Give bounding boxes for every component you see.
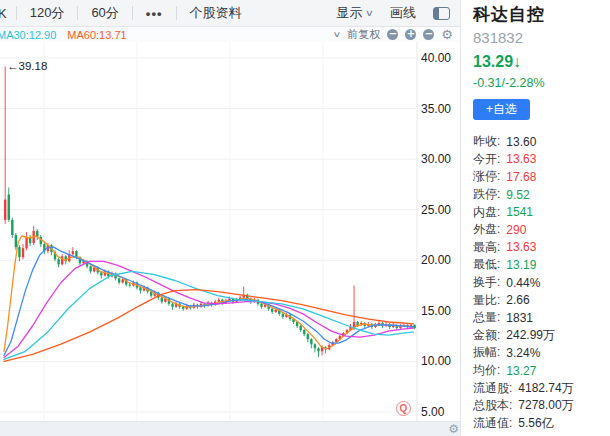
stock-code: 831832 — [473, 29, 604, 46]
side-panel-toggle-icon[interactable] — [433, 7, 450, 20]
zoom-reset-icon[interactable]: − — [423, 29, 434, 40]
stat-row: 总量:1831 — [473, 309, 604, 327]
display-menu-label: 显示 — [336, 4, 362, 22]
more-periods-button[interactable]: ••• — [133, 0, 176, 26]
ma60-legend-label: MA60:13.71 — [67, 29, 126, 41]
stat-row: 换手:0.44% — [473, 274, 604, 292]
svg-text:30.00: 30.00 — [421, 152, 451, 166]
tab-stock-info[interactable]: 个股资料 — [177, 0, 255, 26]
current-price: 13.29↓ — [473, 53, 604, 71]
period-tabs: K 120分 60分 ••• 个股资料 — [0, 0, 255, 26]
price-value: 13.29 — [473, 53, 513, 70]
svg-text:35.00: 35.00 — [421, 102, 451, 116]
stock-detail-panel: 科达自控 831832 13.29↓ -0.31/-2.28% +自选 昨收:1… — [460, 0, 610, 436]
svg-text:5.00: 5.00 — [421, 405, 445, 419]
tab-kline[interactable]: K — [0, 0, 16, 26]
display-menu-button[interactable]: 显示 ∨ — [336, 4, 373, 22]
time-axis-bar: ⚙ — [0, 421, 460, 436]
svg-text:15.00: 15.00 — [421, 304, 451, 318]
stat-row: 金额:242.99万 — [473, 327, 604, 345]
stat-row: 总股本:7278.00万 — [473, 397, 604, 415]
stat-row: 流通值:5.56亿 — [473, 415, 604, 433]
stat-row: 均价:13.27 — [473, 362, 604, 380]
chart-area: 40.0035.0030.0025.0020.0015.0010.005.00←… — [0, 42, 460, 421]
indicator-settings-gear-icon[interactable]: ⚙ — [441, 29, 453, 40]
watermark-q-logo: Q — [396, 401, 411, 416]
price-change: -0.31/-2.28% — [473, 76, 604, 90]
stat-row: 今开:13.63 — [473, 151, 604, 169]
svg-text:20.00: 20.00 — [421, 253, 451, 267]
stat-row: 最低:13.19 — [473, 256, 604, 274]
stat-row: 涨停:17.68 — [473, 168, 604, 186]
add-watchlist-button[interactable]: +自选 — [473, 99, 530, 120]
chevron-down-icon: ∨ — [365, 8, 374, 18]
stat-row: 昨收:13.60 — [473, 133, 604, 151]
draw-line-label: 画线 — [390, 4, 416, 22]
tab-60min[interactable]: 60分 — [78, 0, 131, 26]
stats-list: 昨收:13.60今开:13.63涨停:17.68跌停:9.52内盘:1541外盘… — [473, 133, 604, 432]
zoom-out-icon[interactable]: − — [387, 29, 398, 40]
watermark-letter: Q — [400, 403, 408, 414]
stock-name: 科达自控 — [473, 3, 604, 26]
kline-chart[interactable]: 40.0035.0030.0025.0020.0015.0010.005.00←… — [0, 42, 460, 421]
axis-settings-gear-icon[interactable]: ⚙ — [448, 423, 459, 436]
ma30-legend-label: MA30:12.90 — [0, 29, 56, 41]
toolbar-right-group: 显示 ∨ 画线 — [336, 4, 460, 22]
adjust-mode-button[interactable]: 前复权 — [347, 27, 380, 42]
chart-controls: ∨ 前复权 − + − ⚙ — [334, 27, 460, 42]
svg-text:10.00: 10.00 — [421, 354, 451, 368]
draw-line-button[interactable]: 画线 — [390, 4, 416, 22]
chart-column: K 120分 60分 ••• 个股资料 显示 ∨ 画线 — [0, 0, 460, 436]
zoom-in-icon[interactable]: + — [405, 29, 416, 40]
stat-row: 外盘:290 — [473, 221, 604, 239]
tab-120min[interactable]: 120分 — [17, 0, 78, 26]
down-arrow-icon: ↓ — [513, 53, 521, 70]
svg-text:25.00: 25.00 — [421, 203, 451, 217]
stat-row: 跌停:9.52 — [473, 186, 604, 204]
svg-text:40.00: 40.00 — [421, 51, 451, 65]
stat-row: 振幅:3.24% — [473, 344, 604, 362]
collapse-chevron-icon[interactable]: ∨ — [333, 30, 342, 39]
ma-legend-row: MA30:12.90 MA60:13.71 ∨ 前复权 − + − ⚙ — [0, 27, 460, 42]
stat-row: 内盘:1541 — [473, 203, 604, 221]
app-window: K 120分 60分 ••• 个股资料 显示 ∨ 画线 — [0, 0, 610, 436]
chart-toolbar: K 120分 60分 ••• 个股资料 显示 ∨ 画线 — [0, 0, 460, 27]
stat-row: 最高:13.63 — [473, 239, 604, 257]
stat-row: 流通股:4182.74万 — [473, 379, 604, 397]
stat-row: 量比:2.66 — [473, 291, 604, 309]
svg-text:←39.18: ←39.18 — [7, 60, 47, 72]
